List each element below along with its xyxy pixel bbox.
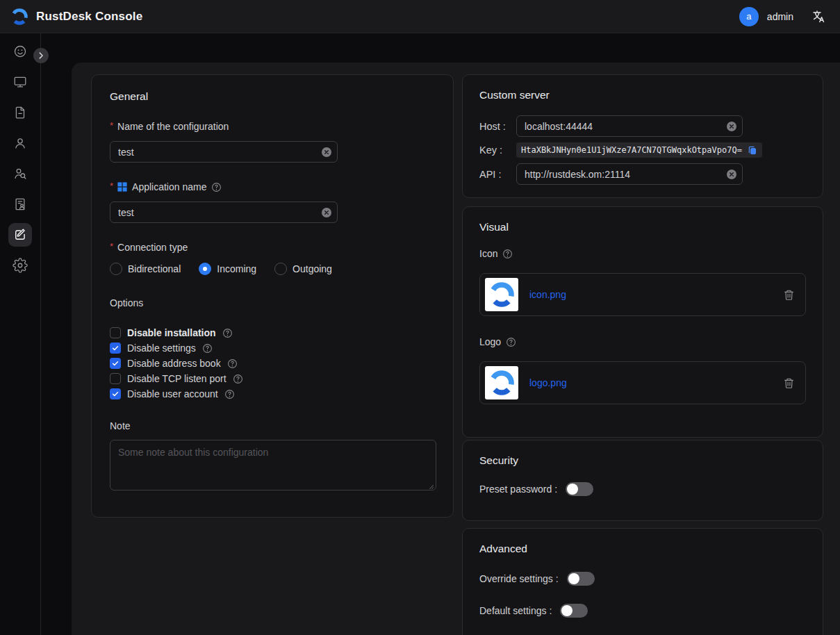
logo-upload-box: logo.png (479, 361, 806, 404)
radio-bidirectional[interactable]: Bidirectional (110, 263, 181, 275)
trash-icon[interactable] (782, 377, 796, 390)
clear-icon[interactable] (321, 207, 332, 218)
host-field (516, 115, 743, 137)
trash-icon[interactable] (782, 288, 796, 302)
visual-card: Visual Icon icon.png Logo logo.png (462, 206, 823, 438)
clear-icon[interactable] (726, 121, 737, 132)
document-user-icon (13, 197, 28, 212)
logo-file-link[interactable]: logo.png (529, 377, 567, 388)
help-icon[interactable] (227, 358, 238, 369)
sidebar-item-devices[interactable] (8, 70, 32, 94)
required-asterisk: * (110, 120, 113, 131)
chevron-right-icon (36, 51, 46, 60)
radio-incoming[interactable]: Incoming (199, 263, 256, 275)
clear-icon[interactable] (726, 169, 737, 180)
host-label: Host : (479, 121, 516, 132)
options-label: Options (110, 297, 435, 308)
config-name-label: * Name of the configuration (110, 121, 435, 132)
override-settings-toggle[interactable] (567, 572, 595, 586)
host-row: Host : (479, 115, 806, 137)
advanced-title: Advanced (479, 543, 806, 555)
gear-icon (13, 258, 28, 273)
note-label: Note (110, 420, 435, 431)
sidebar-item-custom-client[interactable] (8, 223, 32, 247)
app-header: RustDesk Console a admin (0, 0, 840, 33)
sidebar-item-groups[interactable] (8, 162, 32, 185)
checkbox-unchecked[interactable] (110, 373, 121, 384)
icon-file-link[interactable]: icon.png (529, 289, 566, 300)
edit-icon (13, 227, 28, 242)
checkbox-checked[interactable] (110, 343, 121, 354)
smiley-icon (13, 44, 28, 59)
help-icon[interactable] (211, 182, 222, 192)
api-input[interactable] (516, 163, 743, 185)
user-icon (13, 135, 28, 151)
host-input[interactable] (516, 115, 743, 137)
radio-dot[interactable] (274, 263, 287, 275)
visual-title: Visual (479, 221, 806, 233)
sidebar-item-settings[interactable] (8, 254, 32, 277)
option-disable-installation: Disable installation (110, 325, 435, 340)
icon-thumbnail (485, 278, 518, 311)
checkbox-checked[interactable] (110, 388, 121, 399)
key-label: Key : (479, 145, 516, 156)
app-name-field (110, 201, 338, 223)
icon-upload-box: icon.png (479, 273, 806, 316)
option-disable-user-account: Disable user account (110, 386, 435, 402)
sidebar-item-dashboard[interactable] (8, 40, 32, 63)
copy-icon[interactable] (747, 145, 757, 156)
security-title: Security (479, 454, 806, 467)
icon-label: Icon (479, 248, 806, 259)
translate-icon[interactable] (812, 9, 826, 24)
sidebar-item-accounts[interactable] (8, 192, 32, 216)
option-disable-settings: Disable settings (110, 340, 435, 356)
help-icon[interactable] (506, 337, 516, 347)
radio-dot-selected[interactable] (199, 263, 211, 275)
app-name-label: * Application name (110, 181, 435, 192)
sidebar-expand-button[interactable] (33, 48, 49, 63)
general-card: General * Name of the configuration * Ap… (91, 74, 454, 518)
checkbox-checked[interactable] (110, 358, 121, 369)
sidebar (0, 33, 41, 635)
note-field (110, 440, 436, 493)
option-disable-tcp-listen-port: Disable TCP listen port (110, 371, 435, 386)
sidebar-item-users[interactable] (8, 131, 32, 155)
help-icon[interactable] (202, 343, 213, 354)
default-settings-toggle[interactable] (560, 604, 588, 618)
rustdesk-logo-icon (10, 7, 29, 26)
note-textarea[interactable] (110, 440, 436, 490)
option-disable-address-book: Disable address book (110, 356, 435, 371)
custom-server-card: Custom server Host : Key : HtaXBkJNHyn0e… (462, 74, 823, 198)
preset-password-label: Preset password : (479, 484, 557, 495)
override-settings-row: Override settings : (479, 572, 806, 586)
logo-thumbnail (485, 366, 518, 399)
advanced-card: Advanced Override settings : Default set… (462, 528, 823, 635)
clear-icon[interactable] (321, 147, 332, 158)
default-settings-row: Default settings : (479, 604, 806, 618)
api-row: API : (479, 163, 806, 185)
key-value: HtaXBkJNHyn0e1U1jWXze7A7CN7QTGWqxkOtpaVp… (521, 145, 742, 155)
user-avatar[interactable]: a (739, 7, 759, 26)
sidebar-item-logs[interactable] (8, 101, 32, 124)
help-icon[interactable] (224, 389, 235, 399)
help-icon[interactable] (233, 374, 243, 384)
help-icon[interactable] (502, 249, 513, 259)
monitor-icon (13, 74, 28, 90)
checkbox-unchecked[interactable] (110, 327, 121, 338)
config-name-input[interactable] (110, 141, 338, 163)
api-label: API : (479, 169, 516, 180)
radio-outgoing[interactable]: Outgoing (274, 263, 332, 275)
radio-dot[interactable] (110, 263, 122, 275)
user-name: admin (767, 11, 793, 22)
preset-password-toggle[interactable] (566, 482, 593, 496)
api-field (516, 163, 743, 185)
security-card: Security Preset password : (462, 440, 823, 521)
app-name-input[interactable] (110, 201, 338, 223)
logo-label: Logo (479, 336, 806, 347)
document-icon (13, 105, 28, 120)
help-icon[interactable] (222, 328, 233, 338)
app-title: RustDesk Console (36, 10, 142, 24)
required-asterisk: * (110, 241, 113, 251)
key-value-chip: HtaXBkJNHyn0e1U1jWXze7A7CN7QTGWqxkOtpaVp… (516, 142, 762, 158)
connection-type-label: * Connection type (110, 242, 435, 253)
